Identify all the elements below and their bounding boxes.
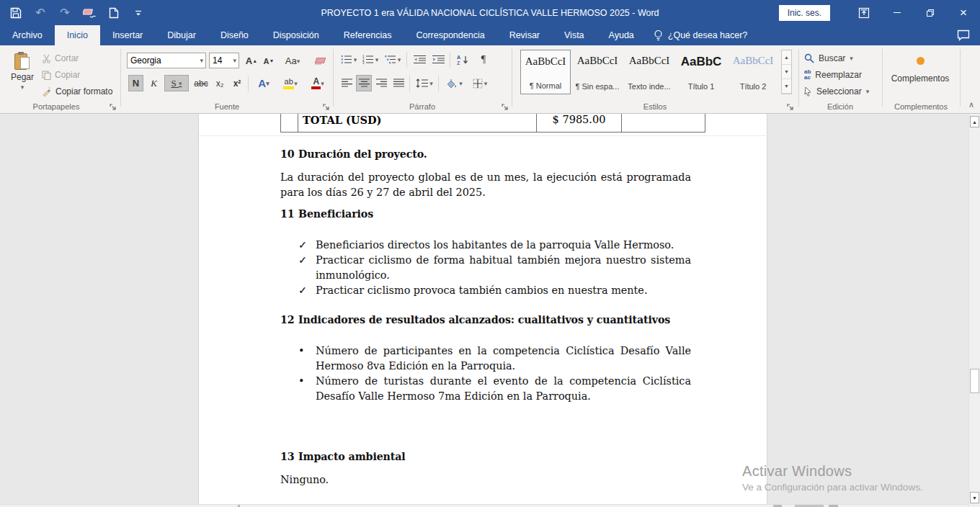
new-document-icon[interactable] <box>107 6 121 20</box>
chevron-down-icon[interactable]: ▾ <box>321 80 324 87</box>
underline-button[interactable]: S ▾ <box>164 75 189 91</box>
scroll-up-icon[interactable]: ▲ <box>970 116 979 127</box>
cut-button[interactable]: Cortar <box>42 51 79 66</box>
restore-button[interactable] <box>914 0 947 25</box>
font-name-input[interactable] <box>128 54 197 67</box>
scrollbar-thumb[interactable] <box>970 369 979 393</box>
font-dialog-launcher-icon[interactable] <box>323 104 331 112</box>
save-icon[interactable] <box>9 6 23 20</box>
chevron-down-icon[interactable]: ▾ <box>294 80 298 87</box>
table-cell-total-value[interactable]: $ 7985.00 <box>537 114 622 133</box>
clipboard-dialog-launcher-icon[interactable] <box>110 104 117 112</box>
superscript-button[interactable]: x² <box>229 75 245 91</box>
line-spacing-button[interactable]: ▾ <box>414 75 435 91</box>
document-canvas[interactable]: TOTAL (USD) $ 7985.00 10Duración del pro… <box>0 114 968 504</box>
close-button[interactable]: × <box>947 0 980 25</box>
chevron-down-icon[interactable]: ▾ <box>850 55 853 62</box>
chevron-down-icon[interactable]: ▾ <box>398 56 401 63</box>
doc-sections[interactable]: 10Duración del proyecto.La duración del … <box>280 135 691 488</box>
grow-font-button[interactable]: A▲ <box>244 53 259 69</box>
sort-button[interactable]: AZ <box>454 51 473 68</box>
align-center-button[interactable] <box>356 75 372 91</box>
chevron-down-icon[interactable]: ▾ <box>429 80 433 87</box>
chevron-down-icon[interactable]: ▾ <box>375 56 379 63</box>
justify-button[interactable] <box>391 75 406 91</box>
chevron-down-icon[interactable]: ▾ <box>354 56 357 63</box>
subscript-button[interactable]: x₂ <box>212 75 228 91</box>
table-cell-total-label[interactable]: TOTAL (USD) <box>298 114 537 133</box>
styles-scroll-up-icon[interactable]: ▲ <box>782 50 791 65</box>
chevron-down-icon[interactable]: ▾ <box>266 80 270 87</box>
highlight-color-button[interactable]: ab▾ <box>278 75 303 91</box>
show-formatting-marks-button[interactable]: ¶ <box>476 51 491 68</box>
document-page[interactable]: TOTAL (USD) $ 7985.00 10Duración del pro… <box>198 114 767 504</box>
multilevel-list-button[interactable]: ▾ <box>382 51 404 68</box>
font-size-combobox[interactable]: ▾ <box>209 53 239 68</box>
chevron-down-icon[interactable]: ▾ <box>179 80 182 87</box>
format-painter-button[interactable]: Copiar formato <box>42 84 112 99</box>
budget-table[interactable]: TOTAL (USD) $ 7985.00 <box>280 114 705 133</box>
undo-icon[interactable]: ↶ <box>33 6 48 20</box>
tab-revisar[interactable]: Revisar <box>497 25 552 45</box>
strikethrough-button[interactable]: abc <box>192 75 210 91</box>
chevron-down-icon[interactable]: ▾ <box>866 88 870 95</box>
paste-button[interactable]: Pegar ▾ <box>7 49 37 101</box>
addins-button[interactable]: Complementos <box>888 51 953 97</box>
chevron-down-icon[interactable]: ▾ <box>459 80 463 87</box>
bullet-list-button[interactable]: ▾ <box>339 51 359 68</box>
tab-referencias[interactable]: Referencias <box>331 25 404 45</box>
styles-dialog-launcher-icon[interactable] <box>787 104 795 112</box>
tab-disposición[interactable]: Disposición <box>261 25 331 45</box>
tab-archivo[interactable]: Archivo <box>0 25 55 45</box>
styles-more-icon[interactable]: ▼ <box>782 79 791 94</box>
style-card-4[interactable]: AaBbCTítulo 1 <box>676 50 726 94</box>
chevron-down-icon[interactable]: ▾ <box>231 57 239 64</box>
table-cell-empty[interactable] <box>281 114 298 133</box>
tab-insertar[interactable]: Insertar <box>100 25 155 45</box>
redo-icon[interactable]: ↷ <box>58 6 72 20</box>
tab-ayuda[interactable]: Ayuda <box>597 25 646 45</box>
style-card-1[interactable]: AaBbCcI¶ Normal <box>520 50 571 94</box>
style-card-5[interactable]: AaBbCcITítulo 2 <box>728 50 778 94</box>
sign-in-button[interactable]: Inic. ses. <box>779 5 830 21</box>
tab-inicio[interactable]: Inicio <box>55 25 100 45</box>
chevron-down-icon[interactable]: ▾ <box>484 80 488 87</box>
styles-scroll-down-icon[interactable]: ▼ <box>782 65 791 79</box>
feedback-comment-icon[interactable] <box>947 25 980 45</box>
tab-dibujar[interactable]: Dibujar <box>155 25 208 45</box>
decrease-indent-button[interactable] <box>411 51 428 68</box>
find-button[interactable]: Buscar ▾ <box>804 51 853 66</box>
change-case-button[interactable]: Aa▾ <box>281 53 304 69</box>
shading-button[interactable]: ▾ <box>442 75 466 91</box>
vertical-scrollbar[interactable]: ▲ ▼ <box>968 114 980 507</box>
eraser-icon[interactable] <box>82 6 97 20</box>
copy-button[interactable]: Copiar <box>42 68 80 82</box>
font-color-button[interactable]: A▾ <box>306 75 330 91</box>
scroll-down-icon[interactable]: ▼ <box>970 492 979 503</box>
style-card-3[interactable]: AaBbCcITexto inde... <box>624 50 674 94</box>
minimize-button[interactable] <box>881 0 914 25</box>
table-cell-empty[interactable] <box>622 114 705 133</box>
tab-correspondencia[interactable]: Correspondencia <box>404 25 496 45</box>
text-effects-button[interactable]: A▾ <box>252 75 275 91</box>
font-name-combobox[interactable]: ▾ <box>127 53 206 68</box>
increase-indent-button[interactable] <box>429 51 447 68</box>
align-right-button[interactable] <box>373 75 389 91</box>
paragraph-dialog-launcher-icon[interactable] <box>502 104 509 112</box>
chevron-down-icon[interactable]: ▾ <box>197 57 205 64</box>
borders-button[interactable]: ▾ <box>468 75 491 91</box>
shrink-font-button[interactable]: A▼ <box>261 53 277 69</box>
tell-me-box[interactable]: ¿Qué desea hacer? <box>646 25 755 45</box>
align-left-button[interactable] <box>339 75 355 91</box>
select-button[interactable]: Seleccionar ▾ <box>804 84 869 99</box>
tab-diseño[interactable]: Diseño <box>208 25 261 45</box>
numbered-list-button[interactable]: 123 ▾ <box>360 51 380 68</box>
tab-vista[interactable]: Vista <box>552 25 597 45</box>
clear-formatting-button[interactable] <box>311 53 329 69</box>
bold-button[interactable]: N <box>128 75 143 91</box>
collapse-ribbon-icon[interactable]: ∧ <box>964 100 979 112</box>
italic-button[interactable]: K <box>146 75 161 91</box>
style-card-2[interactable]: AaBbCcI¶ Sin espa... <box>572 50 623 94</box>
font-size-input[interactable] <box>210 54 231 67</box>
replace-button[interactable]: abac Reemplazar <box>804 68 862 82</box>
